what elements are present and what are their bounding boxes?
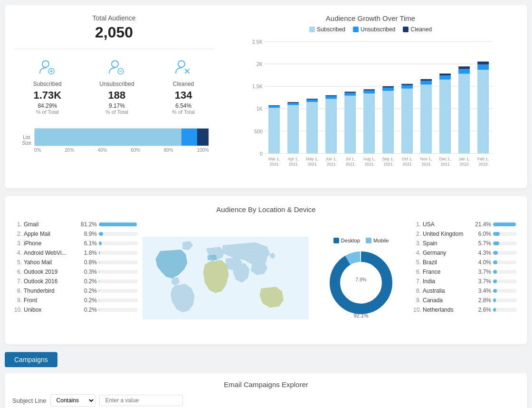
country-row: 4. Germany 4.3% bbox=[413, 250, 518, 256]
svg-rect-42 bbox=[382, 86, 394, 88]
legend-subscribed-label: Subscribed bbox=[317, 26, 345, 33]
subscribed-label: Subscribed bbox=[33, 81, 62, 87]
cleaned-pct-label: % of Total bbox=[172, 109, 195, 115]
svg-rect-43 bbox=[401, 89, 413, 154]
audience-left: Total Audience 2,050 bbox=[14, 14, 214, 179]
campaigns-header: Campaigns bbox=[5, 352, 57, 367]
svg-text:0: 0 bbox=[260, 151, 263, 157]
bar-axis-40: 40% bbox=[98, 148, 107, 153]
svg-rect-47 bbox=[420, 81, 432, 84]
co-bar bbox=[493, 223, 516, 226]
co-bar bbox=[493, 260, 497, 264]
ec-name: Apple Mail bbox=[24, 231, 76, 237]
country-row: 3. Spain 5.7% bbox=[413, 240, 518, 247]
total-audience: Total Audience 2,050 bbox=[14, 14, 214, 41]
co-name: India bbox=[423, 278, 470, 285]
co-bar-wrap bbox=[493, 279, 517, 283]
donut-bottom-label: 92.1% bbox=[353, 313, 368, 318]
ec-pct: 0.3% bbox=[78, 269, 97, 275]
co-bar-wrap bbox=[493, 298, 517, 302]
svg-rect-36 bbox=[344, 92, 356, 93]
co-name: United Kingdom bbox=[423, 231, 470, 237]
svg-rect-55 bbox=[477, 70, 489, 153]
country-row: 2. United Kingdom 6.0% bbox=[413, 231, 518, 237]
ec-num: 10. bbox=[14, 306, 22, 313]
co-bar-wrap bbox=[493, 251, 517, 255]
filter-select[interactable]: Contains Equals Starts with bbox=[50, 394, 95, 407]
svg-rect-48 bbox=[420, 79, 432, 81]
world-map-area bbox=[142, 221, 309, 335]
stats-row: Subscribed 1.73K 84.29% % of Total bbox=[14, 55, 214, 119]
bar-cleaned bbox=[197, 129, 209, 146]
campaigns-section: Campaigns Email Campaigns Explorer Subje… bbox=[5, 352, 527, 408]
legend-unsubscribed-dot bbox=[353, 27, 359, 32]
ec-pct: 0.2% bbox=[78, 287, 97, 294]
svg-text:1.5K: 1.5K bbox=[252, 83, 263, 89]
co-num: 7. bbox=[413, 278, 421, 285]
svg-text:Dec 1,: Dec 1, bbox=[439, 157, 451, 161]
svg-rect-51 bbox=[439, 74, 451, 75]
co-num: 4. bbox=[413, 250, 421, 256]
email-client-row: 7. Outlook 2016 0.2% bbox=[14, 278, 138, 285]
co-num: 10. bbox=[413, 306, 421, 313]
co-bar-wrap bbox=[493, 260, 517, 264]
co-pct: 4.0% bbox=[472, 259, 491, 266]
country-row: 8. Australia 3.4% bbox=[413, 287, 518, 294]
total-audience-value: 2,050 bbox=[14, 24, 214, 41]
co-pct: 4.3% bbox=[472, 250, 491, 256]
svg-rect-52 bbox=[458, 74, 470, 154]
cleaned-pct: 6.54% bbox=[175, 102, 191, 109]
donut-legend: Desktop Mobile bbox=[333, 238, 389, 243]
svg-rect-54 bbox=[458, 66, 470, 69]
ec-bar-wrap bbox=[99, 279, 138, 283]
co-pct: 2.8% bbox=[472, 297, 491, 304]
co-bar-wrap bbox=[493, 232, 517, 236]
svg-rect-39 bbox=[363, 89, 375, 91]
bar-subscribed bbox=[35, 129, 181, 146]
ec-bar-wrap bbox=[99, 298, 138, 302]
ec-num: 1. bbox=[14, 221, 22, 228]
co-num: 6. bbox=[413, 269, 421, 275]
ec-num: 6. bbox=[14, 269, 22, 275]
svg-rect-26 bbox=[287, 103, 299, 105]
co-pct: 3.7% bbox=[472, 278, 491, 285]
co-name: Germany bbox=[423, 250, 470, 256]
country-row: 5. Brazil 4.0% bbox=[413, 259, 518, 266]
svg-rect-29 bbox=[306, 100, 318, 102]
svg-text:Nov 1,: Nov 1, bbox=[420, 157, 432, 161]
ec-bar-wrap bbox=[99, 232, 138, 236]
svg-text:2021: 2021 bbox=[308, 162, 317, 167]
svg-text:1K: 1K bbox=[256, 106, 263, 111]
bar-unsubscribed bbox=[181, 129, 198, 146]
ec-bar bbox=[99, 251, 100, 255]
ec-name: Android WebVi... bbox=[24, 250, 76, 256]
ec-num: 9. bbox=[14, 297, 22, 304]
svg-text:Sep 1,: Sep 1, bbox=[382, 157, 394, 161]
stat-cleaned: Cleaned 134 6.54% % of Total bbox=[172, 59, 195, 115]
svg-text:Feb 1,: Feb 1, bbox=[477, 157, 489, 161]
filter-input[interactable] bbox=[99, 395, 183, 406]
svg-rect-33 bbox=[325, 95, 337, 96]
ec-num: 3. bbox=[14, 240, 22, 247]
svg-rect-30 bbox=[306, 99, 318, 100]
country-row: 7. India 3.7% bbox=[413, 278, 518, 285]
co-bar-wrap bbox=[493, 289, 517, 293]
bar-axis-20: 20% bbox=[65, 148, 74, 153]
svg-text:2021: 2021 bbox=[441, 162, 450, 167]
email-client-row: 10. Unibox 0.2% bbox=[14, 306, 138, 313]
svg-text:Jun 1,: Jun 1, bbox=[325, 157, 336, 161]
bar-axis-80: 80% bbox=[164, 148, 173, 153]
subscribed-pct: 84.29% bbox=[38, 102, 57, 109]
svg-text:2022: 2022 bbox=[460, 162, 469, 167]
bar-axis: 0% 20% 40% 60% 80% 100% bbox=[34, 148, 209, 153]
ec-name: Gmail bbox=[24, 221, 76, 228]
co-num: 9. bbox=[413, 297, 421, 304]
filter-label: Subject Line bbox=[12, 397, 47, 404]
svg-text:2021: 2021 bbox=[289, 162, 298, 167]
svg-rect-40 bbox=[382, 91, 394, 153]
legend-desktop-label: Desktop bbox=[341, 238, 360, 243]
co-bar bbox=[493, 298, 496, 302]
total-audience-label: Total Audience bbox=[14, 14, 214, 22]
campaigns-title: Email Campaigns Explorer bbox=[12, 380, 520, 389]
svg-text:Aug 1,: Aug 1, bbox=[363, 157, 375, 161]
